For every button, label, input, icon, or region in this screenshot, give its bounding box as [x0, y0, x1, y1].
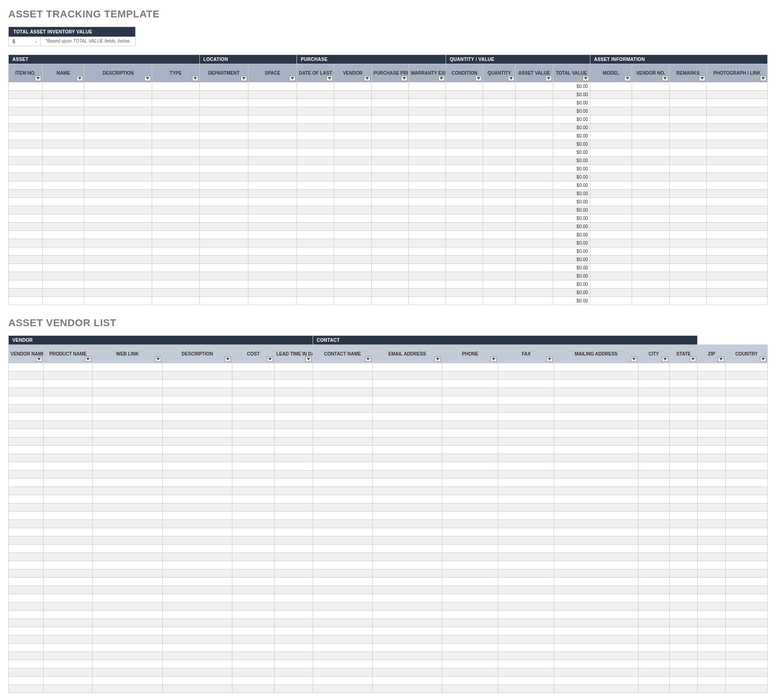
cell[interactable]	[162, 652, 232, 660]
cell[interactable]	[498, 421, 554, 429]
cell[interactable]	[9, 388, 44, 396]
cell[interactable]	[498, 652, 554, 660]
cell[interactable]	[706, 247, 767, 256]
cell[interactable]	[44, 594, 93, 602]
cell[interactable]	[313, 536, 372, 545]
cell[interactable]	[9, 454, 44, 462]
cell[interactable]	[42, 272, 84, 280]
cell[interactable]	[669, 157, 706, 165]
cell[interactable]	[726, 363, 768, 372]
cell[interactable]	[442, 388, 498, 396]
cell[interactable]	[726, 660, 768, 668]
cell[interactable]	[638, 553, 670, 561]
cell[interactable]	[590, 206, 632, 214]
cell[interactable]	[670, 594, 698, 602]
column-header[interactable]: EMAIL ADDRESS	[372, 345, 442, 363]
cell[interactable]	[334, 256, 371, 264]
cell[interactable]	[498, 569, 554, 578]
cell[interactable]	[162, 454, 232, 462]
cell[interactable]	[590, 239, 632, 247]
filter-icon[interactable]	[718, 356, 724, 362]
cell[interactable]	[274, 396, 313, 405]
cell[interactable]	[632, 82, 669, 91]
cell[interactable]: $0.00	[553, 264, 590, 272]
cell[interactable]	[669, 264, 706, 272]
cell[interactable]	[297, 165, 334, 173]
cell[interactable]	[698, 405, 726, 413]
cell[interactable]	[9, 198, 43, 206]
cell[interactable]	[638, 380, 670, 388]
cell[interactable]	[93, 594, 163, 602]
cell[interactable]	[93, 429, 163, 438]
cell[interactable]	[638, 635, 670, 644]
filter-icon[interactable]	[662, 76, 668, 81]
cell[interactable]: $0.00	[553, 157, 590, 165]
cell[interactable]	[669, 206, 706, 214]
cell[interactable]	[498, 536, 554, 545]
cell[interactable]	[162, 470, 232, 479]
cell[interactable]	[199, 132, 248, 140]
cell[interactable]	[93, 627, 163, 635]
cell[interactable]	[152, 165, 199, 173]
cell[interactable]	[9, 396, 44, 405]
cell[interactable]	[9, 107, 43, 115]
cell[interactable]	[706, 140, 767, 148]
cell[interactable]	[706, 132, 767, 140]
cell[interactable]	[483, 280, 516, 289]
cell[interactable]	[726, 594, 768, 602]
cell[interactable]	[334, 115, 371, 124]
cell[interactable]	[297, 231, 334, 239]
cell[interactable]	[93, 503, 163, 512]
cell[interactable]	[297, 181, 334, 190]
cell[interactable]	[483, 148, 516, 157]
cell[interactable]	[498, 594, 554, 602]
cell[interactable]	[516, 214, 553, 223]
cell[interactable]	[372, 586, 442, 594]
cell[interactable]	[726, 512, 768, 520]
cell[interactable]	[516, 264, 553, 272]
cell[interactable]	[670, 487, 698, 495]
cell[interactable]	[371, 231, 408, 239]
cell[interactable]	[44, 429, 93, 438]
cell[interactable]	[84, 140, 152, 148]
cell[interactable]	[483, 231, 516, 239]
cell[interactable]	[442, 569, 498, 578]
cell[interactable]	[42, 107, 84, 115]
cell[interactable]	[313, 462, 372, 470]
cell[interactable]	[334, 198, 371, 206]
cell[interactable]	[371, 132, 408, 140]
cell[interactable]	[638, 652, 670, 660]
cell[interactable]	[554, 512, 638, 520]
cell[interactable]	[274, 413, 313, 421]
cell[interactable]	[706, 264, 767, 272]
cell[interactable]	[698, 495, 726, 503]
cell[interactable]	[498, 635, 554, 644]
cell[interactable]	[93, 479, 163, 487]
cell[interactable]	[372, 536, 442, 545]
cell[interactable]	[516, 223, 553, 231]
cell[interactable]	[9, 115, 43, 124]
cell[interactable]	[726, 586, 768, 594]
cell[interactable]	[670, 660, 698, 668]
cell[interactable]	[483, 297, 516, 305]
cell[interactable]	[162, 528, 232, 536]
cell[interactable]	[554, 619, 638, 627]
cell[interactable]	[632, 247, 669, 256]
cell[interactable]	[84, 82, 152, 91]
cell[interactable]	[93, 372, 163, 380]
cell[interactable]	[372, 487, 442, 495]
cell[interactable]	[232, 561, 275, 569]
cell[interactable]	[199, 107, 248, 115]
cell[interactable]	[638, 668, 670, 677]
cell[interactable]	[371, 91, 408, 99]
cell[interactable]	[442, 429, 498, 438]
cell[interactable]	[248, 297, 297, 305]
cell[interactable]	[9, 677, 44, 685]
cell[interactable]	[638, 487, 670, 495]
cell[interactable]	[44, 644, 93, 652]
cell[interactable]	[371, 297, 408, 305]
cell[interactable]	[698, 503, 726, 512]
column-header[interactable]: NAME	[42, 64, 84, 82]
cell[interactable]	[698, 677, 726, 685]
cell[interactable]	[42, 190, 84, 198]
